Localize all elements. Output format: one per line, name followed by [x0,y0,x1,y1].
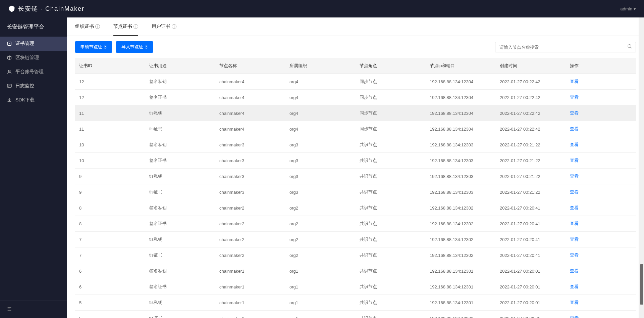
view-link[interactable]: 查看 [570,189,579,194]
cell-org: org1 [285,311,356,318]
cell-nodename: chainmaker4 [215,90,285,105]
info-icon[interactable]: i [172,24,176,29]
sidebar-item-cert-manage[interactable]: 证书管理 [0,37,67,51]
view-link[interactable]: 查看 [570,300,579,305]
info-icon[interactable]: i [133,24,138,29]
info-icon[interactable]: i [95,24,100,29]
cell-role: 共识节点 [356,137,426,153]
cell-time: 2022-01-27 00:20:01 [496,263,566,279]
cell-nodename: chainmaker2 [215,232,285,247]
header-node-name: 节点名称 [215,58,285,74]
cell-purpose: tls私钥 [145,105,215,121]
sidebar-item-label: 平台账号管理 [15,69,44,75]
apply-node-cert-button[interactable]: 申请节点证书 [75,41,112,53]
view-link[interactable]: 查看 [570,221,579,226]
cell-action: 查看 [566,74,636,90]
cell-purpose: 签名证书 [145,216,215,232]
view-link[interactable]: 查看 [570,158,579,163]
cell-role: 共识节点 [356,169,426,184]
sidebar-item-blockchain-manage[interactable]: 区块链管理 [0,51,67,65]
scrollbar-thumb[interactable] [640,264,643,305]
cell-purpose: 签名私钥 [145,74,215,90]
sidebar: 长安链管理平台 证书管理 区块链管理 平台账号管理 [0,17,67,318]
shield-logo-icon [8,5,15,12]
cell-ipport: 192.168.88.134:12304 [426,74,496,90]
view-link[interactable]: 查看 [570,95,579,100]
import-node-cert-button[interactable]: 导入节点证书 [116,41,153,53]
table-row: 11tls证书chainmaker4org4同步节点192.168.88.134… [75,121,636,137]
view-link[interactable]: 查看 [570,126,579,131]
cell-role: 共识节点 [356,216,426,232]
table-row: 8签名私钥chainmaker2org2共识节点192.168.88.134:1… [75,200,636,216]
cell-nodename: chainmaker2 [215,216,285,232]
user-dropdown[interactable]: admin ▾ [621,6,636,11]
toolbar-left: 申请节点证书 导入节点证书 [75,41,153,53]
view-link[interactable]: 查看 [570,79,579,84]
block-icon [7,55,12,60]
sidebar-collapse-toggle[interactable] [0,301,67,318]
cell-action: 查看 [566,247,636,263]
sidebar-menu: 证书管理 区块链管理 平台账号管理 日志监控 [0,37,67,301]
sidebar-item-label: 区块链管理 [15,55,39,61]
cell-ipport: 192.168.88.134:12304 [426,105,496,121]
cell-org: org2 [285,200,356,216]
table-row: 10签名证书chainmaker3org3共识节点192.168.88.134:… [75,153,636,169]
monitor-icon [7,83,12,89]
cell-nodename: chainmaker3 [215,184,285,200]
cell-org: org3 [285,184,356,200]
view-link[interactable]: 查看 [570,316,579,318]
cell-role: 共识节点 [356,247,426,263]
tab-org-cert[interactable]: 组织证书 i [75,17,100,36]
cell-purpose: 签名私钥 [145,200,215,216]
table-row: 11tls私钥chainmaker4org4同步节点192.168.88.134… [75,105,636,121]
cell-org: org3 [285,153,356,169]
view-link[interactable]: 查看 [570,110,579,116]
tab-node-cert[interactable]: 节点证书 i [113,17,138,36]
cell-role: 共识节点 [356,184,426,200]
cell-ipport: 192.168.88.134:12301 [426,311,496,318]
cell-ipport: 192.168.88.134:12303 [426,184,496,200]
cert-table: 证书ID 证书用途 节点名称 所属组织 节点角色 节点ip和端口 创建时间 操作… [75,58,636,318]
header-cert-purpose: 证书用途 [145,58,215,74]
cell-purpose: tls证书 [145,121,215,137]
cell-id: 8 [75,216,145,232]
cell-org: org3 [285,169,356,184]
cell-role: 共识节点 [356,279,426,295]
cell-ipport: 192.168.88.134:12301 [426,295,496,311]
sidebar-item-account-manage[interactable]: 平台账号管理 [0,65,67,79]
cell-org: org3 [285,137,356,153]
view-link[interactable]: 查看 [570,142,579,147]
view-link[interactable]: 查看 [570,237,579,242]
table-row: 12签名证书chainmaker4org4同步节点192.168.88.134:… [75,90,636,105]
cell-role: 共识节点 [356,153,426,169]
sidebar-title: 长安链管理平台 [0,17,67,37]
search-box [495,42,636,52]
cert-tabs: 组织证书 i 节点证书 i 用户证书 i [67,17,644,36]
cell-action: 查看 [566,184,636,200]
scrollbar-track[interactable] [639,17,644,318]
sidebar-item-sdk-download[interactable]: SDK下载 [0,93,67,107]
table-row: 10签名私钥chainmaker3org3共识节点192.168.88.134:… [75,137,636,153]
cell-action: 查看 [566,153,636,169]
tab-user-cert[interactable]: 用户证书 i [152,17,176,36]
view-link[interactable]: 查看 [570,205,579,210]
search-icon[interactable] [627,44,633,50]
sidebar-item-log-monitor[interactable]: 日志监控 [0,79,67,93]
cell-ipport: 192.168.88.134:12303 [426,137,496,153]
view-link[interactable]: 查看 [570,268,579,273]
cell-purpose: tls私钥 [145,295,215,311]
table-row: 7tls证书chainmaker2org2共识节点192.168.88.134:… [75,247,636,263]
view-link[interactable]: 查看 [570,174,579,179]
tab-label: 组织证书 [75,24,94,30]
sidebar-item-label: 证书管理 [15,41,34,47]
view-link[interactable]: 查看 [570,253,579,258]
cell-action: 查看 [566,279,636,295]
cell-id: 6 [75,279,145,295]
cell-role: 共识节点 [356,232,426,247]
cell-action: 查看 [566,90,636,105]
cell-org: org4 [285,105,356,121]
search-input[interactable] [495,42,636,52]
table-row: 6签名私钥chainmaker1org1共识节点192.168.88.134:1… [75,263,636,279]
cell-action: 查看 [566,200,636,216]
view-link[interactable]: 查看 [570,284,579,289]
